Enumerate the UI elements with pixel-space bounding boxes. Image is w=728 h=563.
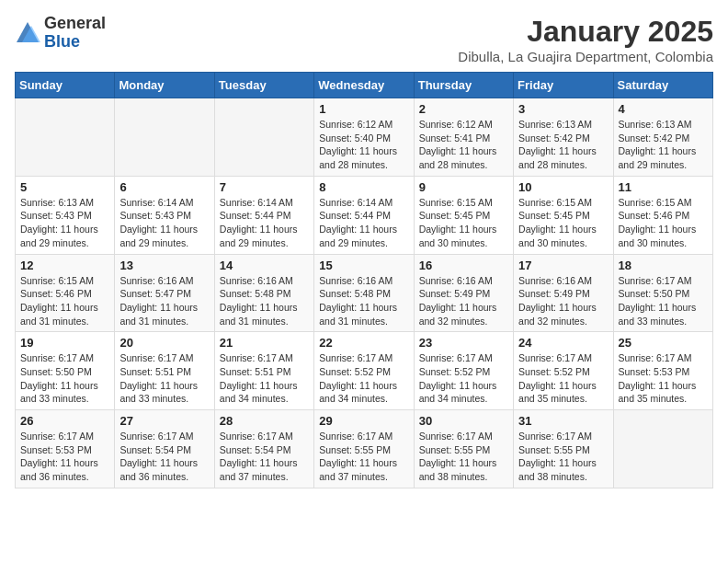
calendar-cell: 18Sunrise: 6:17 AM Sunset: 5:50 PM Dayli… xyxy=(613,254,712,332)
calendar-cell: 13Sunrise: 6:16 AM Sunset: 5:47 PM Dayli… xyxy=(115,254,214,332)
day-number: 3 xyxy=(518,102,608,116)
day-info: Sunrise: 6:12 AM Sunset: 5:41 PM Dayligh… xyxy=(419,118,508,172)
day-info: Sunrise: 6:17 AM Sunset: 5:53 PM Dayligh… xyxy=(20,430,109,484)
day-number: 25 xyxy=(619,336,708,350)
calendar-cell: 6Sunrise: 6:14 AM Sunset: 5:43 PM Daylig… xyxy=(115,176,214,254)
day-info: Sunrise: 6:17 AM Sunset: 5:50 PM Dayligh… xyxy=(20,351,109,406)
day-number: 17 xyxy=(518,259,608,272)
calendar-cell: 22Sunrise: 6:17 AM Sunset: 5:52 PM Dayli… xyxy=(314,332,414,410)
day-number: 19 xyxy=(20,336,109,350)
day-info: Sunrise: 6:16 AM Sunset: 5:49 PM Dayligh… xyxy=(518,274,608,328)
day-number: 4 xyxy=(619,102,708,116)
day-number: 21 xyxy=(220,336,309,350)
day-number: 12 xyxy=(20,259,109,272)
calendar-cell: 9Sunrise: 6:15 AM Sunset: 5:45 PM Daylig… xyxy=(414,176,513,254)
calendar-cell: 14Sunrise: 6:16 AM Sunset: 5:48 PM Dayli… xyxy=(214,254,313,332)
calendar-cell: 25Sunrise: 6:17 AM Sunset: 5:53 PM Dayli… xyxy=(613,332,712,410)
calendar-cell xyxy=(115,98,214,177)
day-info: Sunrise: 6:16 AM Sunset: 5:49 PM Dayligh… xyxy=(419,274,508,328)
logo: General Blue xyxy=(15,15,106,52)
day-number: 26 xyxy=(20,414,109,428)
calendar-cell: 8Sunrise: 6:14 AM Sunset: 5:44 PM Daylig… xyxy=(314,176,414,254)
calendar-cell: 3Sunrise: 6:13 AM Sunset: 5:42 PM Daylig… xyxy=(514,98,613,177)
calendar-cell: 7Sunrise: 6:14 AM Sunset: 5:44 PM Daylig… xyxy=(214,176,313,254)
day-info: Sunrise: 6:17 AM Sunset: 5:54 PM Dayligh… xyxy=(119,430,209,484)
day-number: 1 xyxy=(319,102,408,116)
day-number: 23 xyxy=(419,336,508,350)
calendar-cell: 2Sunrise: 6:12 AM Sunset: 5:41 PM Daylig… xyxy=(414,98,513,177)
calendar-cell: 17Sunrise: 6:16 AM Sunset: 5:49 PM Dayli… xyxy=(514,254,613,332)
day-info: Sunrise: 6:15 AM Sunset: 5:45 PM Dayligh… xyxy=(419,196,508,250)
day-info: Sunrise: 6:17 AM Sunset: 5:55 PM Dayligh… xyxy=(319,430,408,484)
calendar-cell: 24Sunrise: 6:17 AM Sunset: 5:52 PM Dayli… xyxy=(514,332,613,410)
calendar-cell: 30Sunrise: 6:17 AM Sunset: 5:55 PM Dayli… xyxy=(414,410,513,488)
day-number: 6 xyxy=(119,180,209,194)
calendar-cell: 27Sunrise: 6:17 AM Sunset: 5:54 PM Dayli… xyxy=(115,410,214,488)
calendar-cell xyxy=(613,410,712,488)
logo-text: General Blue xyxy=(44,15,106,52)
weekday-header: Tuesday xyxy=(214,73,313,98)
weekday-header: Friday xyxy=(514,73,613,98)
day-info: Sunrise: 6:14 AM Sunset: 5:43 PM Dayligh… xyxy=(119,196,209,250)
day-number: 14 xyxy=(220,259,309,272)
day-number: 30 xyxy=(419,414,508,428)
day-info: Sunrise: 6:17 AM Sunset: 5:55 PM Dayligh… xyxy=(518,430,608,484)
day-info: Sunrise: 6:15 AM Sunset: 5:45 PM Dayligh… xyxy=(518,196,608,250)
day-info: Sunrise: 6:16 AM Sunset: 5:47 PM Dayligh… xyxy=(119,274,209,328)
day-number: 15 xyxy=(319,259,408,272)
weekday-header: Thursday xyxy=(414,73,513,98)
day-number: 10 xyxy=(518,180,608,194)
calendar-cell: 15Sunrise: 6:16 AM Sunset: 5:48 PM Dayli… xyxy=(314,254,414,332)
calendar-cell: 5Sunrise: 6:13 AM Sunset: 5:43 PM Daylig… xyxy=(16,176,115,254)
weekday-header: Saturday xyxy=(613,73,712,98)
calendar-cell: 31Sunrise: 6:17 AM Sunset: 5:55 PM Dayli… xyxy=(514,410,613,488)
logo-icon xyxy=(15,20,40,46)
day-number: 16 xyxy=(419,259,508,272)
day-info: Sunrise: 6:17 AM Sunset: 5:55 PM Dayligh… xyxy=(419,430,508,484)
day-info: Sunrise: 6:12 AM Sunset: 5:40 PM Dayligh… xyxy=(319,118,408,172)
weekday-header: Wednesday xyxy=(314,73,414,98)
calendar-week-row: 19Sunrise: 6:17 AM Sunset: 5:50 PM Dayli… xyxy=(16,332,713,410)
day-number: 28 xyxy=(220,414,309,428)
calendar-week-row: 26Sunrise: 6:17 AM Sunset: 5:53 PM Dayli… xyxy=(16,410,713,488)
day-number: 20 xyxy=(119,336,209,350)
day-info: Sunrise: 6:13 AM Sunset: 5:42 PM Dayligh… xyxy=(619,118,708,172)
day-number: 11 xyxy=(619,180,708,194)
calendar-cell: 1Sunrise: 6:12 AM Sunset: 5:40 PM Daylig… xyxy=(314,98,414,177)
calendar-week-row: 5Sunrise: 6:13 AM Sunset: 5:43 PM Daylig… xyxy=(16,176,713,254)
location-subtitle: Dibulla, La Guajira Department, Colombia xyxy=(458,49,713,64)
day-number: 7 xyxy=(220,180,309,194)
calendar-table: SundayMondayTuesdayWednesdayThursdayFrid… xyxy=(15,72,713,488)
day-number: 22 xyxy=(319,336,408,350)
calendar-cell: 11Sunrise: 6:15 AM Sunset: 5:46 PM Dayli… xyxy=(613,176,712,254)
calendar-cell: 12Sunrise: 6:15 AM Sunset: 5:46 PM Dayli… xyxy=(16,254,115,332)
day-info: Sunrise: 6:13 AM Sunset: 5:42 PM Dayligh… xyxy=(518,118,608,172)
month-title: January 2025 xyxy=(458,15,713,49)
day-info: Sunrise: 6:16 AM Sunset: 5:48 PM Dayligh… xyxy=(319,274,408,328)
calendar-cell: 23Sunrise: 6:17 AM Sunset: 5:52 PM Dayli… xyxy=(414,332,513,410)
page-header: General Blue January 2025 Dibulla, La Gu… xyxy=(15,15,713,64)
day-info: Sunrise: 6:17 AM Sunset: 5:52 PM Dayligh… xyxy=(319,351,408,406)
day-info: Sunrise: 6:16 AM Sunset: 5:48 PM Dayligh… xyxy=(220,274,309,328)
day-info: Sunrise: 6:14 AM Sunset: 5:44 PM Dayligh… xyxy=(319,196,408,250)
day-info: Sunrise: 6:17 AM Sunset: 5:52 PM Dayligh… xyxy=(419,351,508,406)
title-block: January 2025 Dibulla, La Guajira Departm… xyxy=(458,15,713,64)
weekday-header: Monday xyxy=(115,73,214,98)
day-info: Sunrise: 6:15 AM Sunset: 5:46 PM Dayligh… xyxy=(619,196,708,250)
day-info: Sunrise: 6:17 AM Sunset: 5:50 PM Dayligh… xyxy=(619,274,708,328)
day-info: Sunrise: 6:15 AM Sunset: 5:46 PM Dayligh… xyxy=(20,274,109,328)
day-info: Sunrise: 6:17 AM Sunset: 5:51 PM Dayligh… xyxy=(119,351,209,406)
day-info: Sunrise: 6:14 AM Sunset: 5:44 PM Dayligh… xyxy=(220,196,309,250)
day-number: 8 xyxy=(319,180,408,194)
day-number: 18 xyxy=(619,259,708,272)
calendar-week-row: 1Sunrise: 6:12 AM Sunset: 5:40 PM Daylig… xyxy=(16,98,713,177)
day-number: 2 xyxy=(419,102,508,116)
day-number: 24 xyxy=(518,336,608,350)
calendar-cell: 4Sunrise: 6:13 AM Sunset: 5:42 PM Daylig… xyxy=(613,98,712,177)
day-info: Sunrise: 6:17 AM Sunset: 5:51 PM Dayligh… xyxy=(220,351,309,406)
day-info: Sunrise: 6:17 AM Sunset: 5:54 PM Dayligh… xyxy=(220,430,309,484)
calendar-cell: 20Sunrise: 6:17 AM Sunset: 5:51 PM Dayli… xyxy=(115,332,214,410)
day-number: 27 xyxy=(119,414,209,428)
calendar-cell xyxy=(16,98,115,177)
day-number: 9 xyxy=(419,180,508,194)
